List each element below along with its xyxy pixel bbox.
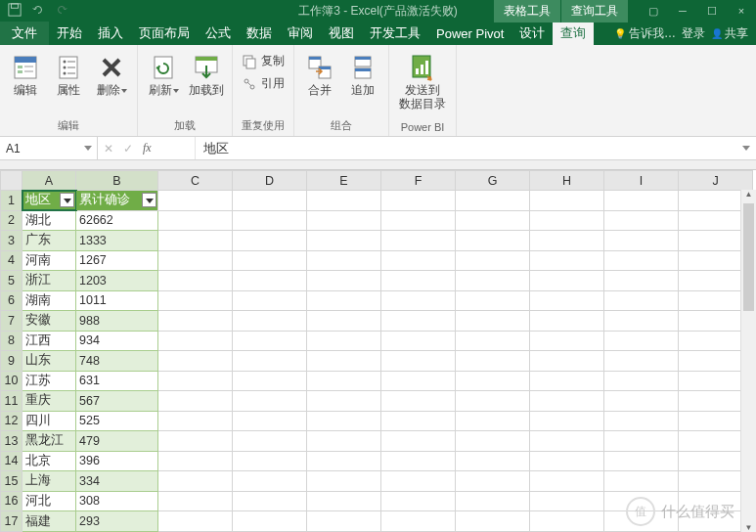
- cell[interactable]: [530, 311, 604, 332]
- row-header[interactable]: 9: [1, 351, 22, 372]
- row-header[interactable]: 12: [1, 411, 22, 431]
- cell[interactable]: [604, 331, 679, 351]
- query-tools-tab[interactable]: 查询工具: [561, 0, 629, 22]
- cell[interactable]: [604, 511, 679, 532]
- loadto-button[interactable]: 加载到: [187, 51, 226, 100]
- cell[interactable]: 1203: [76, 271, 158, 291]
- cell[interactable]: 479: [76, 431, 158, 452]
- cell[interactable]: [456, 471, 530, 492]
- cell[interactable]: [456, 451, 530, 471]
- cell[interactable]: [158, 250, 233, 271]
- cell[interactable]: [456, 311, 530, 332]
- cell[interactable]: 988: [76, 311, 158, 332]
- maximize-icon[interactable]: ☐: [697, 1, 727, 22]
- cell[interactable]: [530, 210, 604, 231]
- filter-dropdown-icon[interactable]: [142, 193, 156, 207]
- share-button[interactable]: 共享: [711, 25, 748, 42]
- row-header[interactable]: 7: [1, 311, 22, 332]
- cell[interactable]: 广东: [22, 231, 76, 251]
- cell[interactable]: [158, 271, 233, 291]
- cell[interactable]: [456, 331, 530, 351]
- cell[interactable]: [530, 290, 604, 311]
- column-header[interactable]: J: [679, 171, 753, 191]
- cell[interactable]: 308: [76, 491, 158, 511]
- cancel-formula-icon[interactable]: ✕: [104, 142, 113, 155]
- cell[interactable]: [456, 250, 530, 271]
- cell[interactable]: [233, 471, 307, 492]
- cell[interactable]: [233, 371, 307, 391]
- cell[interactable]: 1011: [76, 290, 158, 311]
- cell[interactable]: [456, 290, 530, 311]
- merge-button[interactable]: 合并: [300, 51, 339, 100]
- cell[interactable]: 293: [76, 511, 158, 532]
- append-button[interactable]: 追加: [343, 51, 382, 100]
- cell[interactable]: 748: [76, 351, 158, 372]
- cell[interactable]: [158, 371, 233, 391]
- redo-icon[interactable]: [55, 3, 68, 20]
- undo-icon[interactable]: [31, 3, 45, 20]
- close-icon[interactable]: ×: [727, 1, 756, 21]
- cell[interactable]: [604, 191, 679, 211]
- cell[interactable]: [158, 451, 233, 471]
- cell[interactable]: [158, 210, 233, 231]
- cell[interactable]: [233, 491, 307, 511]
- edit-button[interactable]: 编辑: [6, 51, 45, 100]
- cell[interactable]: [381, 210, 456, 231]
- fx-icon[interactable]: fx: [143, 141, 152, 155]
- cell[interactable]: [456, 391, 530, 412]
- vertical-scrollbar[interactable]: [740, 190, 756, 532]
- cell[interactable]: 江西: [22, 331, 76, 351]
- cell[interactable]: 江苏: [22, 371, 76, 391]
- row-header[interactable]: 2: [1, 210, 22, 231]
- tab-insert[interactable]: 插入: [90, 22, 131, 45]
- column-header[interactable]: C: [158, 171, 233, 191]
- cell[interactable]: 河南: [22, 250, 76, 271]
- cell[interactable]: [530, 391, 604, 412]
- cell[interactable]: [307, 431, 381, 452]
- column-header[interactable]: I: [604, 171, 679, 191]
- tab-data[interactable]: 数据: [239, 22, 280, 45]
- cell[interactable]: [158, 431, 233, 452]
- cell[interactable]: [604, 451, 679, 471]
- cell[interactable]: [456, 371, 530, 391]
- cell[interactable]: [381, 471, 456, 492]
- cell[interactable]: [604, 290, 679, 311]
- cell[interactable]: [307, 271, 381, 291]
- reference-button[interactable]: 引用: [239, 73, 288, 94]
- column-header[interactable]: E: [307, 171, 381, 191]
- cell[interactable]: [233, 511, 307, 532]
- cell[interactable]: [530, 250, 604, 271]
- cell[interactable]: 河北: [22, 491, 76, 511]
- properties-button[interactable]: 属性: [49, 51, 88, 100]
- cell[interactable]: [307, 511, 381, 532]
- cell[interactable]: [456, 511, 530, 532]
- cell[interactable]: 四川: [22, 411, 76, 431]
- cell[interactable]: [233, 431, 307, 452]
- tab-view[interactable]: 视图: [321, 22, 362, 45]
- cell[interactable]: [233, 351, 307, 372]
- cell[interactable]: 湖北: [22, 210, 76, 231]
- cell[interactable]: 396: [76, 451, 158, 471]
- cell[interactable]: [456, 491, 530, 511]
- cell[interactable]: [604, 431, 679, 452]
- cell[interactable]: [530, 371, 604, 391]
- cell[interactable]: [307, 210, 381, 231]
- cell[interactable]: [530, 471, 604, 492]
- column-header[interactable]: F: [381, 171, 456, 191]
- row-header[interactable]: 6: [1, 290, 22, 311]
- cell[interactable]: [530, 451, 604, 471]
- cell[interactable]: [604, 471, 679, 492]
- cell[interactable]: 62662: [76, 210, 158, 231]
- row-header[interactable]: 10: [1, 371, 22, 391]
- tab-review[interactable]: 审阅: [280, 22, 321, 45]
- cell[interactable]: [233, 250, 307, 271]
- cell[interactable]: [158, 331, 233, 351]
- cell[interactable]: [381, 391, 456, 412]
- cell[interactable]: [381, 491, 456, 511]
- cell[interactable]: 黑龙江: [22, 431, 76, 452]
- cell[interactable]: [604, 411, 679, 431]
- cell[interactable]: 浙江: [22, 271, 76, 291]
- cell[interactable]: [604, 231, 679, 251]
- cell[interactable]: [456, 351, 530, 372]
- row-header[interactable]: 5: [1, 271, 22, 291]
